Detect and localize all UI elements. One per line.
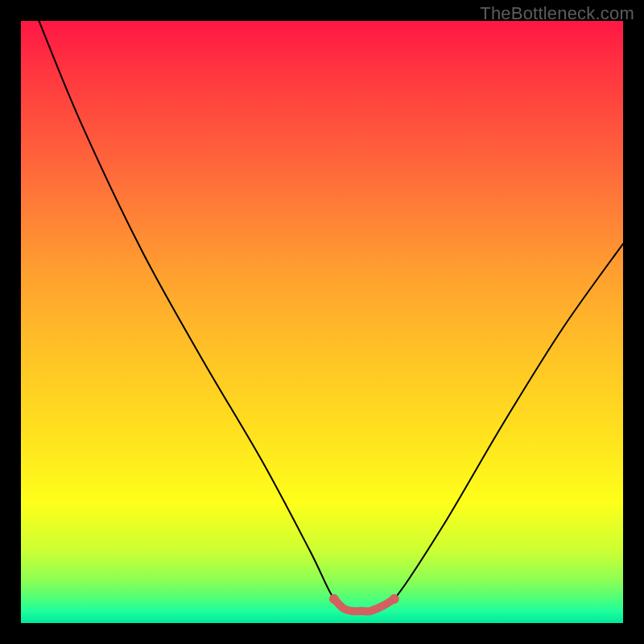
highlight-endpoint <box>329 594 339 604</box>
attribution-label: TheBottleneck.com <box>480 3 634 24</box>
series-highlight-segment <box>334 599 394 611</box>
chart-frame: TheBottleneck.com <box>0 0 644 644</box>
plot-area <box>21 21 623 623</box>
series-curve <box>39 21 623 613</box>
highlight-endpoint <box>390 594 399 604</box>
chart-svg <box>21 21 623 623</box>
curve-group <box>39 21 623 613</box>
